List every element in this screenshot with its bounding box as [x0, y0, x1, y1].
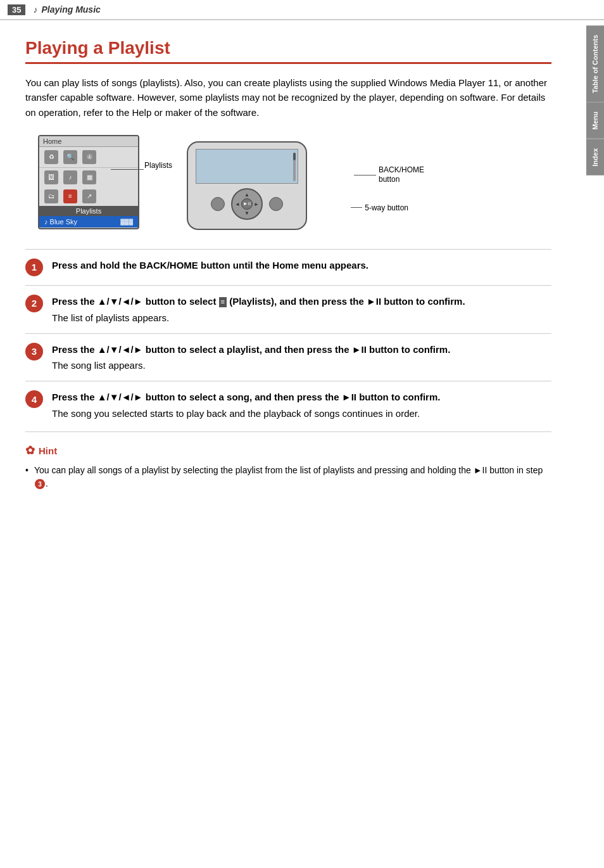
- icon-search: 🔍: [63, 150, 77, 164]
- step-3-number: 3: [25, 343, 43, 361]
- hw-controls-row: ▲ ▼ ◄ ► ►II: [211, 188, 283, 220]
- step-1-text: Press and hold the BACK/HOME button unti…: [52, 258, 551, 272]
- step-2-content: Press the ▲/▼/◄/► button to select ≡ (Pl…: [52, 295, 551, 324]
- hint-step-ref: 3: [35, 479, 45, 489]
- icon-photo: 🖼: [44, 170, 58, 184]
- hw-label-backhome-row: BACK/HOMEbutton: [354, 165, 424, 185]
- hw-arrow-up: ▲: [244, 192, 249, 198]
- list-item-indicator: ▓▓▓: [120, 219, 133, 225]
- step-3-sub: The song list appears.: [52, 359, 551, 372]
- step-4-content: Press the ▲/▼/◄/► button to select a son…: [52, 390, 551, 420]
- diagram-area: Home ♻ 🔍 ④ 🖼 ♪ ▦ 🗂 ≡ ↗ Playlists: [38, 135, 551, 230]
- icon-grid: ▦: [82, 170, 96, 184]
- music-icon: ♪: [33, 4, 37, 15]
- icon-playlist: ≡: [63, 189, 77, 203]
- callout-label: Playlists: [144, 161, 172, 170]
- hw-arrow-down: ▼: [244, 210, 249, 216]
- hw-5way-button: ▲ ▼ ◄ ► ►II: [231, 188, 263, 220]
- right-sidebar-tabs: Table of Contents Menu Index: [586, 0, 604, 868]
- main-content: Playing a Playlist You can play lists of…: [0, 20, 586, 508]
- hint-label: Hint: [39, 445, 57, 456]
- device-hardware-diagram: ▲ ▼ ◄ ► ►II BACK/HOMEbutton: [187, 135, 326, 230]
- hw-arrow-right: ►: [254, 201, 259, 207]
- hint-section: ✿ Hint You can play all songs of a playl…: [25, 431, 551, 490]
- hw-callout-line1: [354, 175, 376, 176]
- step-1: 1 Press and hold the BACK/HOME button un…: [25, 249, 551, 285]
- hw-5way-text: 5-way button: [365, 203, 408, 212]
- hw-scrollbar-thumb: [293, 153, 296, 160]
- hw-backhome-text: BACK/HOMEbutton: [379, 165, 424, 185]
- hw-arrow-left: ◄: [235, 201, 240, 207]
- step-3-content: Press the ▲/▼/◄/► button to select a pla…: [52, 343, 551, 373]
- top-bar: 35 ♪ Playing Music: [0, 0, 604, 20]
- screen-box: Home ♻ 🔍 ④ 🖼 ♪ ▦ 🗂 ≡ ↗ Playlists: [38, 135, 139, 229]
- step-1-content: Press and hold the BACK/HOME button unti…: [52, 258, 551, 275]
- hint-bullet: You can play all songs of a playlist by …: [25, 464, 551, 490]
- list-item-text: ♪ Blue Sky: [44, 218, 77, 226]
- step-2-number: 2: [25, 295, 43, 312]
- device-screen-diagram: Home ♻ 🔍 ④ 🖼 ♪ ▦ 🗂 ≡ ↗ Playlists: [38, 135, 161, 229]
- icon-music: ♻: [44, 150, 58, 164]
- hw-5way-center: ►II: [241, 198, 253, 210]
- intro-paragraph: You can play lists of songs (playlists).…: [25, 75, 551, 120]
- step-4-number: 4: [25, 390, 43, 408]
- icon-note: ♪: [63, 170, 77, 184]
- tab-index[interactable]: Index: [586, 139, 604, 176]
- playlist-icon-inline: ≡: [219, 297, 227, 307]
- hint-title: ✿ Hint: [25, 444, 551, 457]
- hw-label-5way: 5-way button: [351, 203, 408, 212]
- page-title: Playing a Playlist: [25, 38, 551, 64]
- tab-menu[interactable]: Menu: [586, 102, 604, 139]
- step-2: 2 Press the ▲/▼/◄/► button to select ≡ (…: [25, 285, 551, 333]
- header-title: Playing Music: [41, 4, 100, 15]
- page-number: 35: [8, 4, 25, 15]
- step-3: 3 Press the ▲/▼/◄/► button to select a p…: [25, 333, 551, 381]
- hw-label-5way-row: 5-way button: [351, 203, 408, 212]
- step-3-text: Press the ▲/▼/◄/► button to select a pla…: [52, 343, 551, 357]
- step-4-sub: The song you selected starts to play bac…: [52, 407, 551, 420]
- screen-playlist-title: Playlists: [39, 206, 138, 216]
- screen-icons-row1: ♻ 🔍 ④: [39, 147, 138, 168]
- hw-callout-line2: [351, 207, 362, 208]
- hw-backhome-line: [306, 167, 307, 167]
- screen-icons-row3: 🗂 ≡ ↗: [39, 187, 138, 206]
- hw-label-backhome: BACK/HOMEbutton: [354, 165, 424, 185]
- icon-folder: 🗂: [44, 189, 58, 203]
- step-2-sub: The list of playlists appears.: [52, 311, 551, 324]
- callout-line: [111, 169, 144, 170]
- hw-button-left: [211, 197, 225, 211]
- hint-icon: ✿: [25, 444, 35, 457]
- hw-button-right: [269, 197, 283, 211]
- step-4-text: Press the ▲/▼/◄/► button to select a son…: [52, 390, 551, 404]
- icon-export: ↗: [82, 189, 96, 203]
- step-2-text: Press the ▲/▼/◄/► button to select ≡ (Pl…: [52, 295, 551, 309]
- screen-header: Home: [39, 136, 138, 147]
- step-4: 4 Press the ▲/▼/◄/► button to select a s…: [25, 381, 551, 429]
- screen-list-item: ♪ Blue Sky ▓▓▓: [39, 216, 138, 228]
- hw-body: ▲ ▼ ◄ ► ►II: [187, 141, 307, 230]
- step-1-number: 1: [25, 258, 43, 276]
- tab-table-of-contents[interactable]: Table of Contents: [586, 25, 604, 102]
- hw-screen: [196, 149, 298, 184]
- icon-info: ④: [82, 150, 96, 164]
- steps-section: 1 Press and hold the BACK/HOME button un…: [25, 249, 551, 429]
- screen-icons-row2: 🖼 ♪ ▦: [39, 168, 138, 187]
